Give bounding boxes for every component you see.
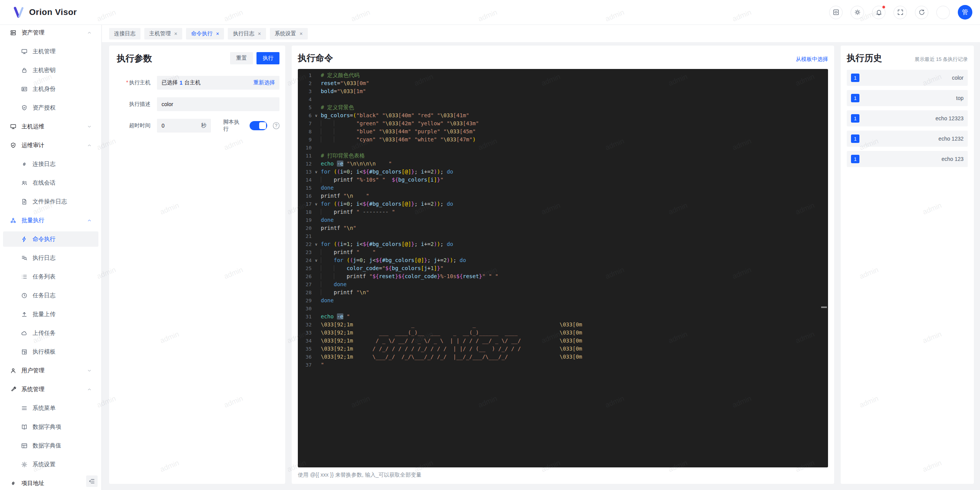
sidebar-item[interactable]: 批量执行 xyxy=(3,213,98,228)
code-token: } xyxy=(424,257,427,263)
sidebar-item-label: 上传任务 xyxy=(33,329,56,337)
run-button[interactable]: 执行 xyxy=(256,52,279,64)
sidebar-item[interactable]: 主机管理 xyxy=(3,44,98,59)
sidebar-item[interactable]: 数据字典项 xyxy=(3,419,98,434)
code-token xyxy=(334,273,347,279)
reselect-hosts-link[interactable]: 重新选择 xyxy=(253,79,275,86)
sidebar-item[interactable]: 数据字典值 xyxy=(3,438,98,453)
code-token: } xyxy=(437,265,440,271)
code-token xyxy=(321,257,334,263)
code-editor[interactable]: 1# 定义颜色代码2reset="\033[0m"3bold="\033[1m"… xyxy=(298,69,828,467)
code-token: " xyxy=(369,273,372,279)
code-text: \033[92;1m _ _ \033[0m xyxy=(321,321,582,329)
close-icon[interactable]: × xyxy=(258,31,261,37)
sidebar-item[interactable]: 主机密钥 xyxy=(3,62,98,78)
history-item[interactable]: 1echo 1232 xyxy=(847,131,968,147)
code-token: \033[92;1m xyxy=(321,321,353,328)
sidebar-item[interactable]: 运维审计 xyxy=(3,138,98,153)
sidebar-item[interactable]: 系统设置 xyxy=(3,457,98,472)
code-token: \n xyxy=(346,193,353,199)
sidebar-item-label: 资产授权 xyxy=(33,104,56,111)
upload-icon xyxy=(21,311,28,318)
reset-button[interactable]: 重置 xyxy=(230,52,253,64)
history-item[interactable]: 1color xyxy=(847,70,968,86)
template-icon xyxy=(21,349,28,355)
code-token: 2 xyxy=(431,201,434,207)
sidebar-item[interactable]: 项目地址 xyxy=(3,475,98,490)
code-line: 4 xyxy=(298,95,828,103)
sidebar-item[interactable]: 命令执行 xyxy=(3,231,98,247)
theme-button[interactable] xyxy=(851,6,864,19)
sidebar-item[interactable]: 上传任务 xyxy=(3,325,98,341)
fold-icon xyxy=(312,337,321,345)
sidebar-item[interactable]: 执行模板 xyxy=(3,344,98,359)
history-item[interactable]: 1echo 123 xyxy=(847,151,968,167)
close-icon[interactable]: × xyxy=(174,31,177,37)
sidebar-item[interactable]: 资产授权 xyxy=(3,100,98,115)
sidebar-item[interactable]: 文件操作日志 xyxy=(3,194,98,209)
host-count-badge: 1 xyxy=(851,94,859,102)
sidebar-item[interactable]: 主机身份 xyxy=(3,81,98,97)
code-token: ${ xyxy=(385,265,392,271)
desc-input[interactable]: color xyxy=(157,97,279,111)
choose-template-link[interactable]: 从模板中选择 xyxy=(796,56,828,63)
settings-button[interactable]: undefined xyxy=(936,6,950,19)
collapse-sidebar-button[interactable] xyxy=(86,475,98,487)
fold-icon[interactable]: ∨ xyxy=(312,256,321,264)
code-token: = xyxy=(356,257,359,263)
sidebar-item[interactable]: 系统菜单 xyxy=(3,400,98,416)
tab[interactable]: 系统设置× xyxy=(270,28,308,39)
notification-button[interactable] xyxy=(872,6,885,19)
sidebar-item-label: 数据字典项 xyxy=(33,423,61,431)
code-token: [0m" xyxy=(356,80,369,86)
code-token: 2 xyxy=(431,169,434,175)
history-item[interactable]: 1echo 12323 xyxy=(847,110,968,126)
avatar[interactable]: 管 xyxy=(958,5,972,20)
code-token: # 打印背景色表格 xyxy=(321,152,365,159)
required-mark: * xyxy=(126,79,128,85)
code-token: ${ xyxy=(456,273,463,279)
sidebar-item-label: 主机管理 xyxy=(33,48,56,55)
tab[interactable]: 连接日志 xyxy=(109,28,140,39)
history-item[interactable]: 1top xyxy=(847,90,968,106)
code-token: " xyxy=(389,209,395,215)
close-icon[interactable]: × xyxy=(216,31,219,37)
sidebar-item[interactable]: 系统管理 xyxy=(3,382,98,397)
fold-icon[interactable]: ∨ xyxy=(312,240,321,248)
tab[interactable]: 主机管理× xyxy=(144,28,182,39)
script-exec-toggle[interactable] xyxy=(250,121,267,130)
sidebar-item-label: 连接日志 xyxy=(33,161,56,168)
tab[interactable]: 执行日志× xyxy=(228,28,266,39)
code-text: # 定义颜色代码 xyxy=(321,71,359,79)
timeout-input[interactable]: 0 秒 xyxy=(157,119,211,133)
code-token: [43m" xyxy=(463,120,479,126)
sidebar-item[interactable]: 资产管理 xyxy=(3,25,98,40)
code-token: ] xyxy=(434,265,437,271)
refresh-button[interactable] xyxy=(915,6,928,19)
sidebar-item-label: 批量执行 xyxy=(21,217,44,224)
sidebar-item[interactable]: 执行日志 xyxy=(3,250,98,265)
code-line: 8 "blue" "\033[44m" "purple" "\033[45m" xyxy=(298,128,828,136)
sidebar-item[interactable]: 任务列表 xyxy=(3,269,98,284)
sidebar-item[interactable]: 任务日志 xyxy=(3,288,98,303)
fold-icon[interactable]: ∨ xyxy=(312,168,321,176)
fold-icon xyxy=(312,79,321,87)
code-token: " xyxy=(382,265,385,271)
code-line: 22∨for ((i=1; i<${#bg_colors[@]}; i+=2))… xyxy=(298,240,828,248)
fullscreen-button[interactable] xyxy=(893,6,907,19)
sidebar-item[interactable]: 批量上传 xyxy=(3,306,98,322)
sidebar-item[interactable]: 连接日志 xyxy=(3,156,98,172)
sidebar-item-label: 资产管理 xyxy=(21,29,44,36)
sidebar-item[interactable]: 主机运维 xyxy=(3,119,98,134)
exec-params-panel: 执行参数 重置 执行 *执行主机 已选择 1 台主机 重新选择 执行描述 col… xyxy=(109,46,285,484)
command-header: 执行命令 从模板中选择 xyxy=(298,52,828,64)
sidebar-item[interactable]: 在线会话 xyxy=(3,175,98,190)
terminal-button[interactable] xyxy=(829,6,843,19)
fold-icon[interactable]: ∨ xyxy=(312,111,321,120)
fold-icon[interactable]: ∨ xyxy=(312,200,321,208)
sidebar-item[interactable]: 用户管理 xyxy=(3,363,98,378)
code-token: " xyxy=(356,209,363,215)
tab[interactable]: 命令执行× xyxy=(186,28,224,39)
close-icon[interactable]: × xyxy=(300,31,303,37)
content: 执行参数 重置 执行 *执行主机 已选择 1 台主机 重新选择 执行描述 col… xyxy=(102,42,980,490)
